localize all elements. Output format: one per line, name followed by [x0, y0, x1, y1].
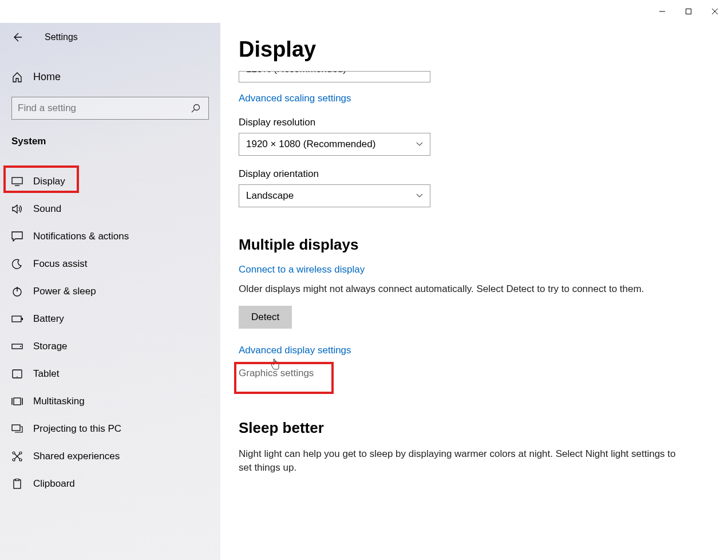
sleep-better-heading: Sleep better — [239, 419, 705, 437]
sidebar-item-label: Projecting to this PC — [33, 423, 121, 435]
svg-point-15 — [17, 376, 18, 377]
svg-rect-19 — [12, 425, 20, 431]
orientation-label: Display orientation — [239, 168, 705, 180]
sidebar-item-label: Focus assist — [33, 258, 87, 270]
sidebar-nav: Display Sound Notifications & actions Fo… — [0, 152, 220, 498]
orientation-dropdown-value: Landscape — [246, 190, 294, 202]
minimize-icon — [659, 8, 666, 15]
svg-point-13 — [20, 346, 21, 347]
sidebar-item-label: Display — [33, 176, 65, 187]
sidebar-item-clipboard[interactable]: Clipboard — [0, 470, 220, 498]
sidebar-item-label: Tablet — [33, 368, 59, 380]
svg-rect-11 — [22, 318, 23, 320]
connect-wireless-link[interactable]: Connect to a wireless display — [239, 264, 365, 275]
monitor-icon — [11, 177, 23, 186]
sidebar-item-label: Clipboard — [33, 478, 75, 490]
window-controls — [649, 2, 728, 21]
share-icon — [11, 451, 23, 462]
search-container — [0, 91, 220, 130]
svg-rect-10 — [12, 316, 21, 322]
sidebar-item-label: Battery — [33, 313, 64, 325]
orientation-dropdown[interactable]: Landscape — [239, 184, 430, 207]
svg-point-23 — [19, 452, 22, 454]
arrow-left-icon — [11, 31, 23, 43]
detect-button[interactable]: Detect — [239, 306, 292, 329]
sidebar-item-label: Multitasking — [33, 396, 85, 407]
settings-window: Settings Home System — [0, 0, 728, 560]
svg-rect-26 — [14, 480, 21, 488]
titlebar — [0, 0, 728, 23]
resolution-label: Display resolution — [239, 117, 705, 128]
sidebar-item-label: Home — [33, 71, 61, 83]
sidebar-category: System — [0, 130, 220, 152]
sound-icon — [11, 204, 23, 214]
svg-rect-18 — [14, 398, 21, 405]
minimize-button[interactable] — [649, 2, 675, 21]
multiple-displays-heading: Multiple displays — [239, 236, 705, 254]
back-button[interactable] — [11, 29, 29, 46]
sidebar-item-multitasking[interactable]: Multitasking — [0, 388, 220, 415]
clipboard-icon — [11, 479, 23, 489]
svg-point-25 — [19, 459, 22, 461]
search-input[interactable] — [18, 102, 203, 114]
multitask-icon — [11, 397, 23, 406]
scale-dropdown-value: 125% (Recommended) — [246, 71, 346, 75]
chevron-down-icon: ˅ — [420, 71, 423, 77]
scale-dropdown[interactable]: 125% (Recommended) ˅ — [239, 71, 430, 82]
home-icon — [11, 72, 23, 83]
svg-rect-27 — [15, 479, 19, 481]
moon-icon — [11, 259, 23, 269]
svg-point-4 — [194, 105, 200, 111]
resolution-dropdown[interactable]: 1920 × 1080 (Recommended) — [239, 133, 430, 156]
sidebar-item-display[interactable]: Display — [0, 168, 220, 195]
advanced-scaling-link[interactable]: Advanced scaling settings — [239, 93, 351, 104]
maximize-button[interactable] — [675, 2, 702, 21]
storage-icon — [11, 343, 23, 350]
sidebar-item-tablet[interactable]: Tablet — [0, 360, 220, 388]
search-box[interactable] — [11, 97, 209, 120]
svg-rect-6 — [12, 178, 22, 184]
sidebar: Settings Home System — [0, 23, 220, 560]
search-icon — [191, 104, 200, 113]
detect-hint-text: Older displays might not always connect … — [239, 282, 685, 297]
svg-point-24 — [13, 459, 15, 461]
sidebar-item-label: Notifications & actions — [33, 231, 129, 242]
battery-icon — [11, 316, 23, 322]
sidebar-item-focus-assist[interactable]: Focus assist — [0, 250, 220, 278]
sidebar-item-projecting[interactable]: Projecting to this PC — [0, 415, 220, 443]
project-icon — [11, 424, 23, 433]
content-area: Settings Home System — [0, 23, 728, 560]
chevron-down-icon — [416, 142, 423, 147]
sidebar-item-label: Sound — [33, 203, 61, 215]
advanced-display-link[interactable]: Advanced display settings — [239, 345, 705, 356]
close-button[interactable] — [702, 2, 728, 21]
main-panel: Display 125% (Recommended) ˅ Advanced sc… — [220, 23, 728, 560]
page-title: Display — [239, 37, 705, 62]
sidebar-item-power-sleep[interactable]: Power & sleep — [0, 278, 220, 305]
chevron-down-icon — [416, 194, 423, 198]
message-icon — [11, 231, 23, 242]
sidebar-item-shared-experiences[interactable]: Shared experiences — [0, 443, 220, 470]
app-title: Settings — [45, 32, 78, 42]
tablet-icon — [11, 369, 23, 378]
power-icon — [11, 286, 23, 297]
sidebar-header: Settings — [0, 23, 220, 52]
sleep-better-text: Night light can help you get to sleep by… — [239, 447, 685, 475]
close-icon — [711, 8, 718, 15]
maximize-icon — [685, 8, 692, 15]
svg-rect-1 — [686, 9, 691, 14]
sidebar-item-home[interactable]: Home — [0, 63, 220, 91]
svg-line-5 — [192, 110, 195, 113]
sidebar-item-notifications[interactable]: Notifications & actions — [0, 223, 220, 250]
graphics-settings-link[interactable]: Graphics settings — [239, 368, 314, 379]
resolution-dropdown-value: 1920 × 1080 (Recommended) — [246, 139, 375, 150]
sidebar-item-battery[interactable]: Battery — [0, 305, 220, 333]
svg-point-22 — [13, 452, 15, 454]
sidebar-item-sound[interactable]: Sound — [0, 195, 220, 223]
sidebar-item-label: Storage — [33, 341, 68, 352]
sidebar-item-label: Power & sleep — [33, 286, 96, 297]
sidebar-item-label: Shared experiences — [33, 451, 120, 462]
sidebar-item-storage[interactable]: Storage — [0, 333, 220, 360]
